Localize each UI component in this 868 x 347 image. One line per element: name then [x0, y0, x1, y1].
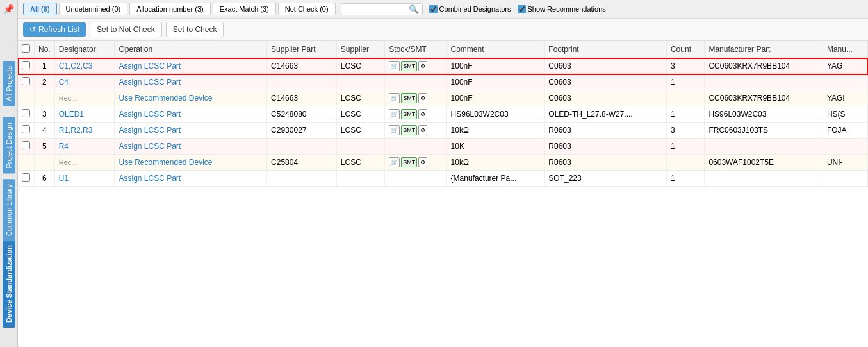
combined-designators-checkbox[interactable]: Combined Designators — [429, 5, 511, 13]
row-checkbox[interactable] — [22, 125, 30, 133]
row-checkbox[interactable] — [22, 173, 30, 182]
row-no: 3 — [35, 106, 55, 123]
assign-lcsc-button[interactable]: Assign LCSC Part — [119, 78, 181, 87]
row-manu: YAGI — [823, 90, 867, 106]
row-manu: YAG — [823, 58, 867, 74]
row-supplier-part: C2930027 — [267, 123, 337, 139]
row-designator: R4 — [54, 139, 115, 155]
header-checkbox-col — [18, 41, 35, 58]
select-all-checkbox[interactable] — [22, 44, 30, 53]
checkbox-cell — [18, 139, 35, 155]
tab-exactmatch[interactable]: Exact Match (3) — [213, 3, 276, 15]
row-supplier-part — [267, 171, 337, 187]
designator-link[interactable]: C1,C2,C3 — [59, 62, 93, 71]
tab-all[interactable]: All (6) — [23, 3, 57, 15]
refresh-button[interactable]: ↺ Refresh List — [23, 22, 86, 37]
assign-lcsc-button[interactable]: Assign LCSC Part — [119, 142, 181, 151]
designator-link[interactable]: R1,R2,R3 — [59, 126, 93, 135]
row-operation: Assign LCSC Part — [115, 58, 267, 74]
row-checkbox[interactable] — [22, 109, 30, 117]
row-checkbox[interactable] — [22, 77, 30, 85]
row-footprint: C0603 — [545, 58, 667, 74]
header-supplier: Supplier — [336, 41, 384, 58]
bom-table-wrapper: No. Designator Operation Supplier Part S… — [18, 41, 868, 347]
rec-label: Rec... — [59, 158, 78, 166]
table-row: 4 R1,R2,R3 Assign LCSC Part C2930027 LCS… — [18, 123, 868, 139]
tab-notcheck[interactable]: Not Check (0) — [278, 3, 336, 15]
row-count: 1 — [666, 74, 704, 90]
assign-lcsc-button[interactable]: Assign LCSC Part — [119, 174, 181, 183]
action-bar: ↺ Refresh List Set to Not Check Set to C… — [18, 19, 868, 41]
checkbox-cell — [18, 74, 35, 90]
row-supplier-part: C25804 — [267, 155, 337, 171]
checkbox-cell — [18, 155, 35, 171]
row-manufacturer-part — [705, 139, 823, 155]
use-recommended-button[interactable]: Use Recommended Device — [119, 94, 212, 103]
row-footprint: R0603 — [545, 123, 667, 139]
row-checkbox[interactable] — [22, 141, 30, 149]
use-recommended-button[interactable]: Use Recommended Device — [119, 158, 212, 167]
row-manu — [823, 139, 867, 155]
assign-lcsc-button[interactable]: Assign LCSC Part — [119, 110, 181, 119]
row-comment: 10kΩ — [446, 123, 545, 139]
table-body: 1 C1,C2,C3 Assign LCSC Part C14663 LCSC … — [18, 58, 868, 187]
table-row: 2 C4 Assign LCSC Part 100nF C0603 1 — [18, 74, 868, 90]
row-count — [666, 90, 704, 106]
row-no — [35, 155, 55, 171]
table-row: 5 R4 Assign LCSC Part 10K R0603 1 — [18, 139, 868, 155]
row-manufacturer-part — [705, 74, 823, 90]
row-manu — [823, 74, 867, 90]
row-manufacturer-part: FRC0603J103TS — [705, 123, 823, 139]
row-stock — [385, 139, 446, 155]
row-footprint: R0603 — [545, 155, 667, 171]
sidebar-item-common[interactable]: Common Library — [3, 179, 15, 241]
table-row: 1 C1,C2,C3 Assign LCSC Part C14663 LCSC … — [18, 58, 868, 74]
row-stock: 🛒SMT⚙ — [385, 58, 446, 74]
pin-icon[interactable]: 📌 — [3, 0, 14, 18]
table-row: Rec... Use Recommended Device C14663 LCS… — [18, 90, 868, 106]
sidebar-item-projects[interactable]: All Projects — [3, 61, 15, 106]
sidebar-item-device[interactable]: Device Standardization — [3, 240, 15, 328]
set-check-button[interactable]: Set to Check — [166, 22, 224, 37]
set-not-check-button[interactable]: Set to Not Check — [90, 22, 162, 37]
header-no: No. — [35, 41, 55, 58]
tab-allocation[interactable]: Allocation number (3) — [129, 3, 211, 15]
row-supplier-part — [267, 139, 337, 155]
show-recommendations-checkbox[interactable]: Show Recommendations — [518, 5, 606, 13]
search-input[interactable] — [345, 5, 409, 13]
row-stock: 🛒SMT⚙ — [385, 106, 446, 123]
row-operation: Assign LCSC Part — [115, 123, 267, 139]
designator-link[interactable]: C4 — [59, 78, 69, 87]
assign-lcsc-button[interactable]: Assign LCSC Part — [119, 62, 181, 71]
designator-link[interactable]: R4 — [59, 142, 69, 151]
row-no — [35, 90, 55, 106]
bom-table: No. Designator Operation Supplier Part S… — [18, 41, 868, 187]
row-checkbox[interactable] — [22, 61, 30, 69]
rec-label: Rec... — [59, 94, 78, 102]
designator-link[interactable]: OLED1 — [59, 110, 84, 119]
row-count: 3 — [666, 58, 704, 74]
row-designator: R1,R2,R3 — [54, 123, 115, 139]
checkbox-cell — [18, 106, 35, 123]
checkbox-cell — [18, 123, 35, 139]
row-supplier: LCSC — [336, 90, 384, 106]
row-stock — [385, 74, 446, 90]
header-operation: Operation — [115, 41, 267, 58]
row-no: 5 — [35, 139, 55, 155]
header-footprint: Footprint — [545, 41, 667, 58]
row-footprint: C0603 — [545, 90, 667, 106]
row-designator: U1 — [54, 171, 115, 187]
row-stock: 🛒SMT⚙ — [385, 90, 446, 106]
row-manu: HS(S — [823, 106, 867, 123]
row-operation: Assign LCSC Part — [115, 74, 267, 90]
tab-undetermined[interactable]: Undetermined (0) — [59, 3, 128, 15]
designator-link[interactable]: U1 — [59, 174, 69, 183]
header-supplier-part: Supplier Part — [267, 41, 337, 58]
sidebar-item-design[interactable]: Project Design — [3, 117, 15, 174]
search-box[interactable]: 🔍 — [341, 3, 423, 15]
assign-lcsc-button[interactable]: Assign LCSC Part — [119, 126, 181, 135]
header-stock: Stock/SMT — [385, 41, 446, 58]
row-designator: Rec... — [54, 90, 115, 106]
search-icon: 🔍 — [409, 4, 419, 14]
row-supplier-part: C5248080 — [267, 106, 337, 123]
